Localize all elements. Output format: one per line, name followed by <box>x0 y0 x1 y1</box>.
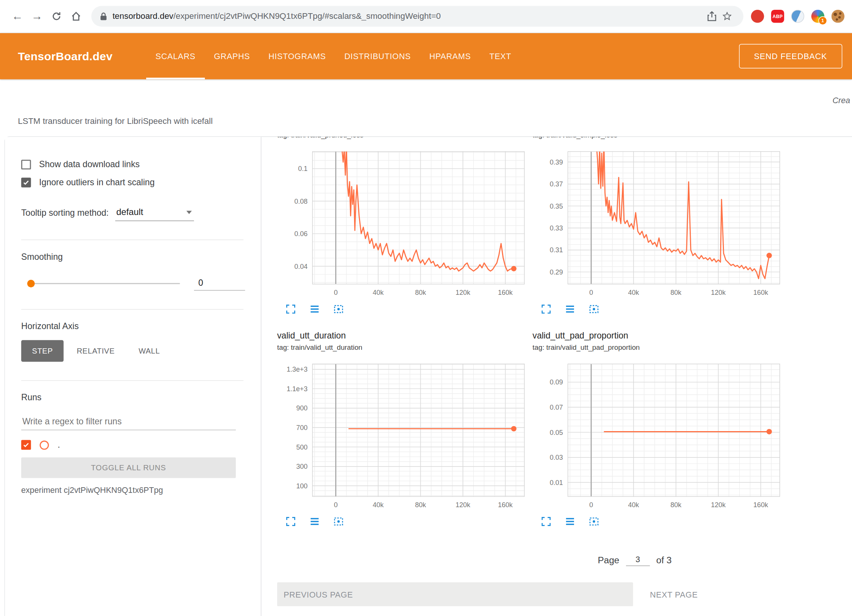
log-scale-icon[interactable] <box>308 303 321 315</box>
show-download-links-label: Show data download links <box>39 160 140 169</box>
chart-plot[interactable]: 040k80k120k160k0.040.060.080.1 <box>277 147 527 299</box>
fit-domain-icon[interactable] <box>333 303 345 315</box>
lock-icon <box>100 12 107 21</box>
svg-text:160k: 160k <box>498 501 513 509</box>
next-page-button[interactable]: NEXT PAGE <box>647 589 701 599</box>
ignore-outliers-row[interactable]: Ignore outliers in chart scaling <box>21 178 261 188</box>
tab-histograms[interactable]: HISTOGRAMS <box>259 33 335 79</box>
forward-button[interactable]: → <box>27 6 47 26</box>
axis-wall-button[interactable]: WALL <box>128 340 171 362</box>
svg-text:0.04: 0.04 <box>294 263 307 270</box>
chart-plot[interactable]: 040k80k120k160k0.290.310.330.350.370.39 <box>533 147 783 299</box>
svg-text:120k: 120k <box>711 289 726 296</box>
fit-domain-icon[interactable] <box>588 515 600 528</box>
svg-text:0.08: 0.08 <box>294 198 307 205</box>
svg-text:100: 100 <box>296 482 308 490</box>
chart-plot[interactable]: 040k80k120k160k1003005007009001.1e+31.3e… <box>277 360 527 512</box>
page-buttons: PREVIOUS PAGE NEXT PAGE <box>261 582 852 606</box>
horizontal-axis-buttons: STEP RELATIVE WALL <box>21 340 261 362</box>
svg-text:1.1e+3: 1.1e+3 <box>287 385 308 393</box>
extension-cookie-icon[interactable] <box>831 10 844 23</box>
experiment-id-label: experiment cj2vtPiwQHKN9Q1tx6PTpg <box>21 485 261 494</box>
address-bar[interactable]: tensorboard.dev/experiment/cj2vtPiwQHKN9… <box>91 6 743 27</box>
previous-page-button[interactable]: PREVIOUS PAGE <box>277 582 633 606</box>
home-button[interactable] <box>66 6 86 26</box>
svg-text:0.31: 0.31 <box>550 246 563 254</box>
axis-relative-button[interactable]: RELATIVE <box>66 340 125 362</box>
tab-text[interactable]: TEXT <box>480 33 521 79</box>
fit-domain-icon[interactable] <box>333 515 345 528</box>
bookmark-button[interactable] <box>719 9 734 24</box>
divider <box>21 309 243 310</box>
chart-plot[interactable]: 040k80k120k160k0.010.030.050.070.09 <box>533 360 783 512</box>
app-header: TensorBoard.dev SCALARS GRAPHS HISTOGRAM… <box>0 33 852 79</box>
chart-card-top-right: tag: train/valid_simple_loss 040k80k120k… <box>533 137 783 319</box>
main-nav: SCALARS GRAPHS HISTOGRAMS DISTRIBUTIONS … <box>146 33 521 79</box>
smoothing-slider[interactable] <box>29 283 180 284</box>
run-checkbox[interactable] <box>21 440 31 450</box>
send-feedback-button[interactable]: SEND FEEDBACK <box>739 44 842 69</box>
reload-button[interactable] <box>47 6 66 26</box>
axis-step-button[interactable]: STEP <box>21 340 64 362</box>
smoothing-value-input[interactable] <box>194 276 245 291</box>
expand-chart-icon[interactable] <box>540 515 552 528</box>
svg-text:0.35: 0.35 <box>550 203 563 210</box>
tooltip-sorting-row: Tooltip sorting method: default <box>21 207 261 221</box>
extension-abp-icon[interactable]: ABP <box>771 10 784 23</box>
run-row[interactable]: . <box>21 440 261 450</box>
expand-chart-icon[interactable] <box>540 303 552 315</box>
chart-tag: tag: train/valid_utt_pad_proportion <box>533 342 783 353</box>
page-input[interactable] <box>626 553 650 566</box>
svg-text:900: 900 <box>296 404 308 412</box>
url-text: tensorboard.dev/experiment/cj2vtPiwQHKN9… <box>113 11 704 21</box>
created-text-partial: Crea <box>832 96 850 105</box>
smoothing-label: Smoothing <box>21 252 261 262</box>
brand-logo[interactable]: TensorBoard.dev <box>18 50 113 63</box>
chart-card-valid-utt-duration: valid_utt_duration tag: train/valid_utt_… <box>277 329 527 531</box>
tab-distributions[interactable]: DISTRIBUTIONS <box>335 33 420 79</box>
svg-text:0: 0 <box>589 289 593 296</box>
expand-chart-icon[interactable] <box>285 515 297 528</box>
svg-text:80k: 80k <box>670 289 682 296</box>
chart-toolbar <box>533 512 783 531</box>
tooltip-sorting-select[interactable]: default <box>115 207 194 221</box>
svg-text:80k: 80k <box>415 501 426 509</box>
tab-graphs[interactable]: GRAPHS <box>205 33 259 79</box>
bookmark-star-icon <box>722 11 733 22</box>
extension-adblock-icon[interactable] <box>751 10 764 23</box>
page-total: of 3 <box>656 555 672 566</box>
chart-tag: tag: train/valid_simple_loss <box>533 137 783 141</box>
tooltip-sorting-value: default <box>116 207 143 217</box>
show-download-links-checkbox[interactable] <box>21 160 31 169</box>
chart-toolbar <box>533 299 783 319</box>
runs-label: Runs <box>21 393 261 403</box>
svg-text:700: 700 <box>296 424 308 432</box>
svg-text:120k: 120k <box>455 289 470 296</box>
content-panel: Show data download links Ignore outliers… <box>5 136 852 616</box>
log-scale-icon[interactable] <box>564 303 576 315</box>
tab-hparams[interactable]: HPARAMS <box>420 33 480 79</box>
tab-scalars[interactable]: SCALARS <box>146 33 205 79</box>
run-name: . <box>58 440 60 450</box>
chevron-down-icon <box>186 210 192 214</box>
show-download-links-row[interactable]: Show data download links <box>21 160 261 169</box>
share-icon <box>707 11 717 22</box>
log-scale-icon[interactable] <box>564 515 576 528</box>
chart-toolbar <box>277 299 527 319</box>
svg-text:0.01: 0.01 <box>550 479 563 486</box>
runs-regex-input[interactable] <box>21 413 236 430</box>
slider-thumb[interactable] <box>27 279 35 287</box>
back-button[interactable]: ← <box>8 6 27 26</box>
share-button[interactable] <box>704 9 719 24</box>
fit-domain-icon[interactable] <box>588 303 600 315</box>
ignore-outliers-checkbox[interactable] <box>21 178 31 188</box>
extension-pie-icon[interactable] <box>791 10 805 23</box>
toggle-all-runs-button[interactable]: TOGGLE ALL RUNS <box>21 457 236 478</box>
svg-text:40k: 40k <box>373 289 384 296</box>
divider <box>21 239 243 240</box>
extension-colorful-icon[interactable]: 1 <box>811 10 825 23</box>
expand-chart-icon[interactable] <box>285 303 297 315</box>
log-scale-icon[interactable] <box>308 515 321 528</box>
settings-sidebar: Show data download links Ignore outliers… <box>5 137 261 616</box>
svg-text:0.09: 0.09 <box>550 378 563 386</box>
